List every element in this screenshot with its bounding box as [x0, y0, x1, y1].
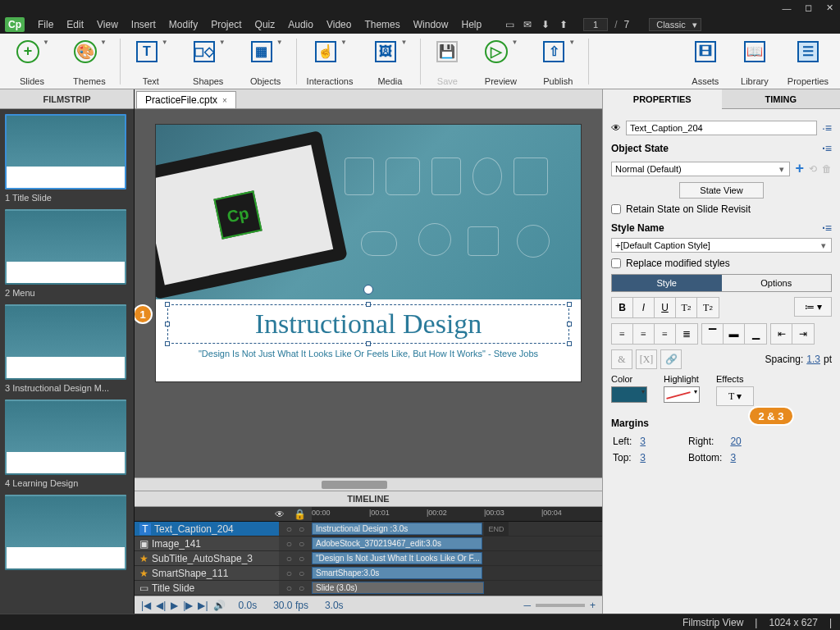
add-state-button[interactable]: + — [795, 160, 804, 177]
timeline-clip[interactable]: AdobeStock_370219467_edit:3.0s — [312, 537, 482, 550]
chevron-down-icon[interactable]: ▼ — [340, 39, 347, 46]
filmstrip-slide-2[interactable]: Main Menu2 Menu — [5, 209, 129, 298]
slides-button[interactable]: +▼ — [11, 37, 52, 66]
layer-lock-icon[interactable]: ○ — [299, 523, 304, 535]
chevron-down-icon[interactable]: ▼ — [511, 39, 518, 46]
style-menu-icon[interactable]: ∙≡ — [822, 221, 832, 235]
zoom-out-button[interactable]: ─ — [523, 600, 531, 611]
filmstrip-slide-3[interactable]: Instructional Design Models3 Instruction… — [5, 304, 129, 393]
menu-video[interactable]: Video — [320, 17, 358, 32]
play-button[interactable]: ▶ — [171, 600, 178, 611]
retain-state-checkbox[interactable]: Retain State on Slide Revisit — [611, 203, 832, 215]
align-right-button[interactable]: ≡ — [655, 324, 676, 344]
step-fwd-button[interactable]: |▶ — [183, 600, 193, 611]
align-center-button[interactable]: ≡ — [633, 324, 655, 344]
delete-state-icon[interactable]: 🗑 — [822, 163, 832, 175]
download-icon[interactable]: ⬇ — [537, 17, 554, 32]
valign-top-button[interactable]: ▔ — [702, 324, 724, 344]
chevron-down-icon[interactable]: ▼ — [43, 39, 49, 46]
resize-handle[interactable] — [366, 302, 371, 307]
chevron-down-icon[interactable]: ▼ — [400, 39, 407, 46]
segment-options[interactable]: Options — [722, 275, 832, 291]
audio-icon[interactable]: 🔊 — [213, 600, 226, 611]
subscript-button[interactable]: T2 — [697, 298, 719, 317]
shapes-button[interactable]: ◻◇▼ — [188, 37, 229, 66]
tab-properties[interactable]: PROPERTIES — [603, 89, 722, 109]
effects-dropdown[interactable]: T ▾ — [716, 386, 754, 406]
state-view-button[interactable]: State View — [679, 182, 763, 199]
themes-button[interactable]: 🎨▼ — [69, 37, 110, 66]
menu-audio[interactable]: Audio — [281, 17, 320, 32]
menu-window[interactable]: Window — [407, 17, 455, 32]
slide-title-text[interactable]: Instructional Design — [176, 308, 560, 340]
text-button[interactable]: T▼ — [130, 37, 171, 66]
visibility-column-icon[interactable]: 👁 — [274, 509, 285, 520]
lock-column-icon[interactable]: 🔒 — [294, 509, 305, 520]
segment-style[interactable]: Style — [612, 275, 722, 291]
layer-visibility-icon[interactable]: ○ — [286, 582, 292, 594]
underline-button[interactable]: U — [655, 298, 676, 317]
screen-icon[interactable]: ▭ — [501, 17, 518, 32]
objects-button[interactable]: ▦▼ — [245, 37, 286, 66]
assets-button[interactable]: 🎞 — [689, 37, 722, 66]
resize-handle[interactable] — [165, 302, 170, 307]
var-insert-button[interactable]: [X] — [636, 349, 657, 369]
goto-end-button[interactable]: ▶| — [198, 600, 208, 611]
resize-handle[interactable] — [165, 341, 170, 346]
state-menu-icon[interactable]: ∙≡ — [822, 142, 832, 155]
preview-button[interactable]: ▷▼ — [480, 37, 521, 66]
mail-icon[interactable]: ✉ — [519, 17, 536, 32]
menu-project[interactable]: Project — [204, 17, 248, 32]
margin-top-value[interactable]: 3 — [640, 452, 646, 463]
chevron-down-icon[interactable]: ▼ — [276, 39, 283, 46]
superscript-button[interactable]: T2 — [676, 298, 697, 317]
timeline-row[interactable]: ▭Title Slide○○Slide (3.0s) — [135, 581, 602, 596]
layer-lock-icon[interactable]: ○ — [299, 568, 304, 579]
color-swatch[interactable] — [611, 386, 647, 403]
indent-dec-button[interactable]: ⇤ — [771, 324, 792, 344]
text-caption-selected[interactable]: Instructional Design — [167, 304, 569, 344]
menu-modify[interactable]: Modify — [162, 17, 204, 32]
timeline-row[interactable]: ★SubTitle_AutoShape_3○○"Design Is Not Ju… — [135, 551, 602, 566]
refresh-icon[interactable]: ⟲ — [809, 163, 817, 175]
library-button[interactable]: 📖 — [738, 37, 771, 66]
margin-left-value[interactable]: 3 — [640, 436, 646, 447]
timeline-clip[interactable]: Slide (3.0s) — [312, 582, 484, 594]
align-left-button[interactable]: ≡ — [612, 324, 633, 344]
layer-lock-icon[interactable]: ○ — [299, 553, 304, 564]
timeline-row[interactable]: ▣Image_141○○AdobeStock_370219467_edit:3.… — [135, 536, 602, 551]
stage-area[interactable]: 1 Cp Instructional Desi — [135, 109, 602, 477]
resize-handle[interactable] — [567, 302, 572, 307]
media-button[interactable]: 🖼▼ — [369, 37, 410, 66]
layer-visibility-icon[interactable]: ○ — [286, 553, 292, 564]
timeline-row[interactable]: TText_Caption_204○○Instructional Design … — [135, 522, 602, 536]
upload-icon[interactable]: ⬆ — [555, 17, 572, 32]
layer-visibility-icon[interactable]: ○ — [286, 523, 292, 535]
resize-handle[interactable] — [567, 322, 572, 326]
step-back-button[interactable]: ◀| — [156, 600, 166, 611]
char-insert-button[interactable]: & — [611, 349, 632, 369]
valign-bot-button[interactable]: ▁ — [745, 324, 766, 344]
menu-edit[interactable]: Edit — [60, 17, 90, 32]
margin-right-value[interactable]: 20 — [730, 436, 741, 447]
page-current-input[interactable] — [583, 18, 608, 31]
object-name-input[interactable] — [626, 121, 817, 135]
filmstrip-slide-5[interactable] — [5, 495, 129, 570]
layer-lock-icon[interactable]: ○ — [299, 582, 304, 594]
minimize-button[interactable]: — — [777, 2, 797, 15]
tab-timing[interactable]: TIMING — [722, 89, 841, 109]
menu-themes[interactable]: Themes — [358, 17, 406, 32]
layer-lock-icon[interactable]: ○ — [299, 538, 304, 550]
interactions-button[interactable]: ☝▼ — [309, 37, 350, 66]
style-name-dropdown[interactable]: +[Default Caption Style] — [611, 238, 832, 253]
publish-button[interactable]: ⇧▼ — [537, 37, 578, 66]
highlight-swatch[interactable] — [664, 386, 700, 403]
resize-handle[interactable] — [165, 322, 170, 326]
indent-inc-button[interactable]: ⇥ — [792, 324, 814, 344]
align-justify-button[interactable]: ≣ — [676, 324, 697, 344]
timeline-clip[interactable]: SmartShape:3.0s — [312, 567, 482, 579]
save-button[interactable]: 💾 — [431, 37, 463, 66]
slide-canvas[interactable]: Cp Instructional Design — [155, 124, 582, 382]
spacing-value[interactable]: 1.3 — [806, 354, 820, 365]
object-menu-icon[interactable]: ∙≡ — [822, 121, 832, 135]
